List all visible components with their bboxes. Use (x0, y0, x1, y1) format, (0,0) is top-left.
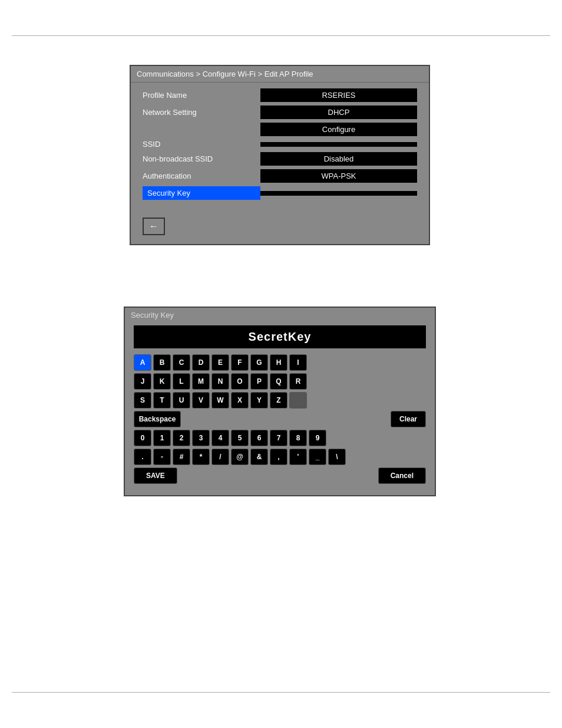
key-9[interactable]: 9 (309, 430, 326, 446)
backspace-button[interactable]: Backspace (134, 411, 181, 427)
key-A[interactable]: A (134, 354, 151, 371)
clear-button[interactable]: Clear (391, 411, 426, 427)
key-I[interactable]: I (289, 354, 307, 371)
key-D[interactable]: D (192, 354, 210, 371)
profile-name-label: Profile Name (143, 91, 260, 100)
network-setting-value[interactable]: DHCP (260, 106, 417, 119)
ssid-value[interactable] (260, 142, 417, 147)
authentication-value[interactable]: WPA-PSK (260, 169, 417, 183)
save-cancel-row: SAVE Cancel (134, 467, 426, 484)
key-underscore[interactable]: _ (309, 449, 326, 465)
keyboard-row-2: J K L M N O P Q R (134, 373, 426, 390)
key-slash[interactable]: / (211, 449, 229, 465)
security-key-panel: Security Key SecretKey A B C D E F G H I… (124, 307, 436, 496)
key-K[interactable]: K (153, 373, 171, 390)
key-ampersand[interactable]: & (250, 449, 268, 465)
key-8[interactable]: 8 (289, 430, 307, 446)
key-S[interactable]: S (134, 392, 151, 409)
key-blank (289, 392, 307, 409)
key-1[interactable]: 1 (153, 430, 171, 446)
key-hash[interactable]: # (173, 449, 190, 465)
key-3[interactable]: 3 (192, 430, 210, 446)
key-M[interactable]: M (192, 373, 210, 390)
key-5[interactable]: 5 (231, 430, 249, 446)
back-button[interactable]: ← (143, 218, 165, 235)
security-key-label[interactable]: Security Key (143, 186, 260, 200)
panel1-header: Communications > Configure Wi-Fi > Edit … (131, 66, 429, 83)
keyboard-row-3: S T U V W X Y Z (134, 392, 426, 409)
key-Q[interactable]: Q (270, 373, 287, 390)
non-broadcast-ssid-value[interactable]: Disabled (260, 152, 417, 166)
key-at[interactable]: @ (231, 449, 249, 465)
key-apostrophe[interactable]: ' (289, 449, 307, 465)
key-2[interactable]: 2 (173, 430, 190, 446)
key-X[interactable]: X (231, 392, 249, 409)
bottom-divider (12, 692, 550, 693)
key-P[interactable]: P (250, 373, 268, 390)
ssid-row: SSID (143, 140, 417, 149)
non-broadcast-ssid-label: Non-broadcast SSID (143, 154, 260, 163)
panel2-body: SecretKey A B C D E F G H I J K L M N O … (125, 322, 435, 495)
key-V[interactable]: V (192, 392, 210, 409)
keyboard-row-5: 0 1 2 3 4 5 6 7 8 9 (134, 430, 426, 446)
key-asterisk[interactable]: * (192, 449, 210, 465)
edit-ap-profile-panel: Communications > Configure Wi-Fi > Edit … (130, 65, 430, 245)
key-0[interactable]: 0 (134, 430, 151, 446)
save-button[interactable]: SAVE (134, 467, 177, 484)
key-R[interactable]: R (289, 373, 307, 390)
key-E[interactable]: E (211, 354, 229, 371)
key-dot[interactable]: . (134, 449, 151, 465)
keyboard-row-6: . - # * / @ & , ' _ \ (134, 449, 426, 465)
security-key-row: Security Key (143, 186, 417, 200)
key-C[interactable]: C (173, 354, 190, 371)
key-Y[interactable]: Y (250, 392, 268, 409)
profile-name-row: Profile Name RSERIES (143, 88, 417, 102)
configure-button[interactable]: Configure (260, 123, 417, 136)
ssid-label: SSID (143, 140, 260, 149)
security-key-input[interactable]: SecretKey (134, 325, 426, 348)
panel2-header: Security Key (125, 308, 435, 322)
keyboard-row-1: A B C D E F G H I (134, 354, 426, 371)
authentication-row: Authentication WPA-PSK (143, 169, 417, 183)
key-W[interactable]: W (211, 392, 229, 409)
key-Z[interactable]: Z (270, 392, 287, 409)
authentication-label: Authentication (143, 172, 260, 180)
key-T[interactable]: T (153, 392, 171, 409)
key-4[interactable]: 4 (211, 430, 229, 446)
profile-name-value[interactable]: RSERIES (260, 88, 417, 102)
key-G[interactable]: G (250, 354, 268, 371)
key-O[interactable]: O (231, 373, 249, 390)
key-U[interactable]: U (173, 392, 190, 409)
top-divider (12, 35, 550, 36)
key-backslash[interactable]: \ (328, 449, 346, 465)
keyboard-row-4: Backspace Clear (134, 411, 426, 427)
configure-row: Configure (143, 123, 417, 136)
security-key-value[interactable] (260, 191, 417, 196)
key-7[interactable]: 7 (270, 430, 287, 446)
key-B[interactable]: B (153, 354, 171, 371)
key-comma[interactable]: , (270, 449, 287, 465)
network-setting-row: Network Setting DHCP (143, 106, 417, 119)
key-H[interactable]: H (270, 354, 287, 371)
key-L[interactable]: L (173, 373, 190, 390)
key-dash[interactable]: - (153, 449, 171, 465)
panel1-body: Profile Name RSERIES Network Setting DHC… (131, 83, 429, 244)
network-setting-label: Network Setting (143, 108, 260, 117)
key-F[interactable]: F (231, 354, 249, 371)
key-6[interactable]: 6 (250, 430, 268, 446)
key-J[interactable]: J (134, 373, 151, 390)
key-N[interactable]: N (211, 373, 229, 390)
cancel-button[interactable]: Cancel (378, 467, 426, 484)
non-broadcast-ssid-row: Non-broadcast SSID Disabled (143, 152, 417, 166)
